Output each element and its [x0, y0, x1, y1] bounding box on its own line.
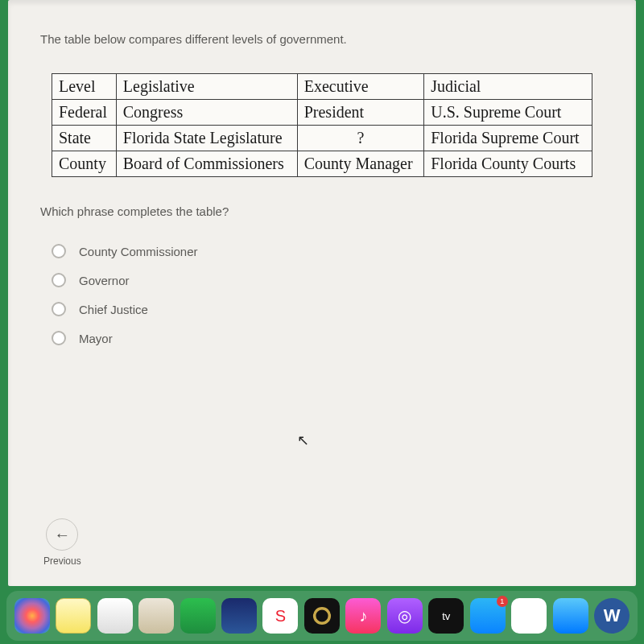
radio-icon	[52, 273, 66, 287]
table-header-executive: Executive	[297, 74, 424, 100]
option-d[interactable]: Mayor	[52, 331, 604, 345]
previous-nav: ← Previous	[43, 518, 81, 567]
notification-badge: 1	[497, 596, 508, 607]
word-app-icon[interactable]: W	[594, 598, 630, 634]
photos-app-icon[interactable]	[14, 598, 50, 634]
mouse-cursor-icon: ↖	[297, 431, 309, 449]
option-b[interactable]: Governor	[52, 273, 604, 287]
option-label: County Commissioner	[79, 245, 198, 258]
news-app-icon[interactable]: S	[262, 598, 298, 634]
table-row: Federal Congress President U.S. Supreme …	[52, 100, 592, 126]
option-a[interactable]: County Commissioner	[52, 244, 604, 258]
cell-level: Federal	[52, 100, 117, 126]
option-label: Governor	[79, 274, 130, 287]
podcasts-app-icon[interactable]: ◎	[387, 598, 423, 634]
cell-executive: County Manager	[297, 151, 424, 177]
option-c[interactable]: Chief Justice	[52, 302, 604, 316]
radio-icon	[52, 331, 66, 345]
cell-judicial: Florida County Courts	[424, 151, 592, 177]
cell-legislative: Board of Commissioners	[116, 151, 297, 177]
cell-level: State	[52, 126, 117, 151]
appstore-app-icon[interactable]: 1	[470, 598, 506, 634]
cell-executive-blank: ?	[297, 126, 424, 151]
table-row: Level Legislative Executive Judicial	[52, 74, 592, 100]
keynote-app-icon[interactable]	[221, 598, 257, 634]
previous-label: Previous	[43, 555, 81, 567]
radio-icon	[52, 302, 66, 316]
cell-level: County	[52, 151, 117, 177]
cell-judicial: Florida Supreme Court	[424, 126, 592, 151]
quiz-panel: The table below compares different level…	[8, 0, 636, 586]
cell-legislative: Florida State Legislature	[116, 126, 297, 151]
answer-options: County Commissioner Governor Chief Justi…	[52, 244, 604, 345]
generic-app-icon[interactable]	[511, 598, 547, 634]
question-table: Level Legislative Executive Judicial Fed…	[52, 73, 592, 177]
sub-prompt: Which phrase completes the table?	[40, 204, 604, 218]
music-app-icon[interactable]: ♪	[345, 598, 381, 634]
gear-icon	[311, 605, 333, 627]
radio-icon	[52, 244, 66, 258]
cell-executive: President	[297, 100, 424, 126]
option-label: Mayor	[79, 332, 113, 345]
option-label: Chief Justice	[79, 303, 148, 316]
cell-legislative: Congress	[116, 100, 297, 126]
macos-dock: S ♪ ◎ tv 1 W	[6, 591, 638, 641]
previous-button[interactable]: ←	[46, 518, 78, 551]
table-header-judicial: Judicial	[424, 74, 592, 100]
table-header-level: Level	[52, 74, 117, 100]
numbers-app-icon[interactable]	[180, 598, 216, 634]
appletv-app-icon[interactable]: tv	[428, 598, 464, 634]
question-prompt: The table below compares different level…	[40, 32, 604, 46]
table-row: State Florida State Legislature ? Florid…	[52, 126, 592, 151]
books-app-icon[interactable]	[97, 598, 133, 634]
maps-app-icon[interactable]	[138, 598, 174, 634]
notes-app-icon[interactable]	[56, 598, 91, 634]
svg-point-0	[315, 609, 330, 624]
table-header-legislative: Legislative	[116, 74, 297, 100]
mail-app-icon[interactable]	[553, 598, 588, 634]
table-row: County Board of Commissioners County Man…	[52, 151, 592, 177]
settings-app-icon[interactable]	[304, 598, 340, 634]
arrow-left-icon: ←	[54, 526, 70, 544]
cell-judicial: U.S. Supreme Court	[424, 100, 592, 126]
